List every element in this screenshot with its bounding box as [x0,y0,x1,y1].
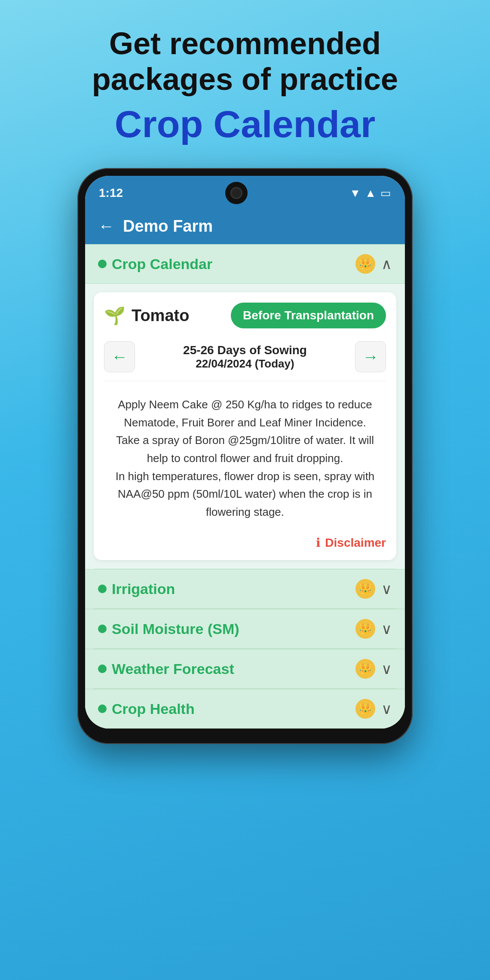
weather-section-row[interactable]: Weather Forecast 👑 ∨ [85,649,405,689]
status-time: 1:12 [99,186,123,200]
crown-badge-weather: 👑 [355,659,375,679]
crown-icon-health: 👑 [359,703,372,715]
disclaimer-icon: ℹ [316,536,321,550]
card-body-text: Apply Neem Cake @ 250 Kg/ha to ridges to… [116,398,375,518]
crown-icon: 👑 [359,258,372,270]
green-dot-health [98,704,107,713]
irrigation-section-row[interactable]: Irrigation 👑 ∨ [85,569,405,609]
crop-name: Tomato [132,306,189,325]
left-arrow-icon: ← [111,348,128,366]
promo-tagline: Get recommended packages of practice [34,26,456,97]
chevron-down-icon-irrigation[interactable]: ∨ [381,580,392,597]
crown-badge-soil: 👑 [355,619,375,639]
status-bar: 1:12 ▼ ▲ ▭ [85,176,405,208]
nav-info: 25-26 Days of Sowing 22/04/2024 (Today) [183,343,307,371]
soil-moisture-actions: 👑 ∨ [355,619,392,639]
next-button[interactable]: → [355,341,386,372]
signal-icon: ▲ [365,187,376,200]
battery-icon: ▭ [380,187,391,200]
nav-days: 25-26 Days of Sowing [183,343,307,357]
prev-button[interactable]: ← [104,341,135,372]
nav-date: 22/04/2024 (Today) [183,357,307,371]
green-dot-weather [98,665,107,673]
chevron-up-icon[interactable]: ∧ [381,255,392,273]
green-dot-irrigation [98,585,107,593]
status-icons: ▼ ▲ ▭ [350,187,391,200]
chevron-down-icon-health[interactable]: ∨ [381,700,392,717]
crown-icon-irrigation: 👑 [359,583,372,595]
chevron-down-icon-weather[interactable]: ∨ [381,660,392,677]
stage-badge: Before Transplantation [231,303,386,328]
phone-screen: 1:12 ▼ ▲ ▭ ← Demo Farm Crop Calendar [85,176,405,729]
crop-health-label: Crop Health [98,701,195,717]
content-area: Crop Calendar 👑 ∧ 🌱 Tomato Bef [85,244,405,729]
soil-moisture-title: Soil Moisture (SM) [112,621,239,637]
camera-notch [225,182,248,204]
crop-calendar-actions: 👑 ∧ [355,254,392,274]
irrigation-actions: 👑 ∨ [355,579,392,599]
weather-label: Weather Forecast [98,661,234,677]
phone-shell: 1:12 ▼ ▲ ▭ ← Demo Farm Crop Calendar [77,168,413,744]
camera-dot [230,187,242,199]
crop-health-title: Crop Health [112,701,195,717]
crop-health-actions: 👑 ∨ [355,699,392,719]
wifi-icon: ▼ [350,187,361,200]
crown-icon-weather: 👑 [359,663,372,675]
crown-badge-health: 👑 [355,699,375,719]
soil-moisture-label: Soil Moisture (SM) [98,621,239,637]
promo-section: Get recommended packages of practice Cro… [0,0,490,164]
card-body: Apply Neem Cake @ 250 Kg/ha to ridges to… [104,392,386,530]
crown-icon-soil: 👑 [359,623,372,635]
crown-badge-irrigation: 👑 [355,579,375,599]
green-dot-crop-calendar [98,260,107,268]
weather-title: Weather Forecast [112,661,234,677]
weather-actions: 👑 ∨ [355,659,392,679]
crop-calendar-label: Crop Calendar [98,256,212,273]
back-button[interactable]: ← [98,217,114,236]
soil-moisture-section-row[interactable]: Soil Moisture (SM) 👑 ∨ [85,609,405,649]
disclaimer-text: Disclaimer [325,536,386,550]
crop-name-row: 🌱 Tomato [104,306,189,326]
app-header: ← Demo Farm [85,208,405,244]
crown-badge-crop-calendar: 👑 [355,254,375,274]
crop-calendar-section-row[interactable]: Crop Calendar 👑 ∧ [85,244,405,284]
right-arrow-icon: → [362,348,379,366]
card-top: 🌱 Tomato Before Transplantation [104,303,386,328]
crop-calendar-title: Crop Calendar [112,256,212,273]
disclaimer-row[interactable]: ℹ Disclaimer [104,530,386,550]
irrigation-label: Irrigation [98,581,175,597]
irrigation-title: Irrigation [112,581,175,597]
chevron-down-icon-soil[interactable]: ∨ [381,620,392,637]
crop-health-section-row[interactable]: Crop Health 👑 ∨ [85,689,405,729]
crop-card: 🌱 Tomato Before Transplantation ← 25-26 … [94,292,396,560]
nav-row: ← 25-26 Days of Sowing 22/04/2024 (Today… [104,337,386,381]
header-title: Demo Farm [123,217,213,236]
promo-title: Crop Calendar [34,101,456,147]
green-dot-soil [98,625,107,633]
plant-icon: 🌱 [104,306,126,326]
